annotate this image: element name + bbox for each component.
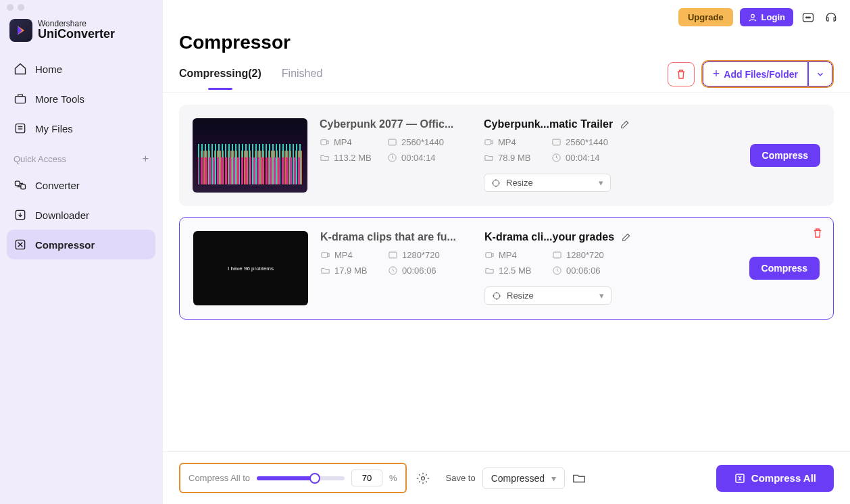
sidebar-item-converter[interactable]: Converter	[7, 170, 155, 200]
chevron-down-icon: ▾	[599, 178, 603, 188]
thumbnail[interactable]: I have 96 problems	[193, 231, 308, 305]
delete-all-button[interactable]	[668, 62, 695, 86]
home-icon	[14, 62, 27, 76]
compress-button[interactable]: Compress	[749, 257, 820, 280]
app-logo: Wondershare UniConverter	[0, 15, 162, 54]
source-title: Cyberpunk 2077 — Offic...	[320, 118, 472, 130]
svg-rect-2	[16, 181, 20, 186]
clock-icon	[388, 266, 398, 276]
svg-rect-19	[389, 252, 397, 258]
output-title: K-drama cli...your grades	[484, 231, 614, 243]
video-icon	[484, 137, 494, 147]
topbar: Upgrade Login	[163, 0, 850, 26]
message-icon[interactable]	[800, 9, 816, 26]
svg-rect-3	[21, 184, 26, 189]
compress-button[interactable]: Compress	[750, 144, 820, 167]
svg-rect-15	[553, 139, 560, 145]
svg-point-6	[751, 14, 754, 18]
plus-icon: +	[713, 67, 720, 81]
meta-dur: 00:06:06	[402, 266, 436, 276]
sidebar-item-label: More Tools	[35, 93, 84, 105]
sidebar-item-label: Converter	[35, 180, 80, 191]
open-folder-button[interactable]	[572, 471, 586, 486]
folder-icon	[484, 153, 494, 163]
bottom-bar: Compress All to % Save to Compressed ▾ C…	[163, 451, 850, 504]
meta-dur: 00:04:14	[401, 153, 436, 163]
chevron-down-icon: ▾	[599, 291, 604, 301]
logo-icon	[9, 19, 32, 42]
resize-select[interactable]: Resize ▾	[484, 174, 611, 192]
add-files-button[interactable]: + Add Files/Folder	[703, 61, 808, 86]
meta-dur: 00:04:14	[566, 153, 600, 163]
source-title: K-drama clips that are fu...	[320, 231, 472, 243]
settings-icon[interactable]	[416, 472, 430, 485]
clock-icon	[552, 266, 562, 276]
resolution-icon	[388, 250, 398, 260]
save-to-label: Save to	[446, 473, 476, 483]
resize-label: Resize	[506, 178, 533, 188]
resolution-icon	[551, 137, 561, 147]
sidebar-item-home[interactable]: Home	[7, 54, 155, 84]
svg-point-8	[806, 17, 807, 18]
chevron-down-icon: ▾	[551, 473, 556, 484]
meta-size: 113.2 MB	[334, 153, 372, 163]
target-icon	[492, 291, 501, 301]
tab-finished[interactable]: Finished	[282, 68, 322, 89]
svg-point-25	[421, 476, 424, 480]
video-icon	[484, 250, 495, 260]
add-files-group: + Add Files/Folder	[701, 60, 834, 88]
sidebar-item-downloader[interactable]: Downloader	[7, 200, 155, 230]
resolution-icon	[552, 250, 562, 260]
svg-rect-0	[16, 97, 26, 103]
svg-point-10	[809, 17, 811, 18]
compressor-icon	[14, 238, 27, 251]
meta-dur: 00:06:06	[566, 266, 601, 276]
meta-size: 17.9 MB	[334, 266, 367, 276]
clock-icon	[387, 153, 397, 163]
user-icon	[748, 13, 757, 22]
compress-all-slider-box: Compress All to %	[179, 463, 407, 493]
slider-knob[interactable]	[309, 473, 320, 484]
edit-icon[interactable]	[620, 119, 630, 130]
svg-rect-12	[389, 139, 396, 145]
sidebar-item-my-files[interactable]: My Files	[7, 114, 155, 143]
login-label: Login	[761, 12, 785, 22]
sidebar-item-label: My Files	[35, 123, 73, 134]
delete-row-button[interactable]	[811, 227, 824, 239]
save-value: Compressed	[491, 473, 545, 484]
resize-select[interactable]: Resize ▾	[484, 286, 611, 305]
meta-res: 1280*720	[402, 250, 440, 260]
sidebar-item-compressor[interactable]: Compressor	[7, 230, 155, 259]
downloader-icon	[14, 208, 27, 222]
svg-rect-21	[486, 253, 492, 258]
tab-compressing[interactable]: Compressing(2)	[179, 68, 261, 89]
toolbox-icon	[14, 92, 27, 105]
svg-rect-11	[321, 140, 327, 145]
svg-rect-18	[322, 253, 328, 258]
dot	[18, 4, 24, 11]
add-files-dropdown[interactable]	[808, 61, 832, 86]
video-icon	[320, 137, 330, 147]
folder-icon	[320, 266, 330, 276]
add-quick-access-button[interactable]: +	[143, 153, 149, 165]
meta-size: 12.5 MB	[499, 266, 531, 276]
compress-percent-input[interactable]	[351, 470, 382, 486]
file-list: Cyberpunk 2077 — Offic... MP4 2560*1440 …	[163, 93, 850, 332]
sidebar-item-label: Downloader	[35, 209, 89, 221]
support-icon[interactable]	[823, 9, 839, 26]
sidebar-item-label: Compressor	[35, 239, 95, 251]
login-button[interactable]: Login	[740, 8, 793, 26]
compress-slider[interactable]	[257, 476, 345, 480]
save-location-select[interactable]: Compressed ▾	[482, 468, 565, 489]
thumbnail[interactable]	[193, 118, 307, 193]
meta-format: MP4	[334, 137, 352, 147]
sidebar-item-more-tools[interactable]: More Tools	[7, 84, 155, 114]
upgrade-button[interactable]: Upgrade	[678, 8, 733, 26]
meta-res: 2560*1440	[401, 137, 444, 147]
target-icon	[491, 178, 501, 188]
quick-access-label: Quick Access	[14, 154, 66, 164]
converter-icon	[14, 178, 27, 192]
thumb-caption: I have 96 problems	[228, 266, 274, 272]
edit-icon[interactable]	[621, 232, 632, 243]
compress-all-button[interactable]: Compress All	[716, 465, 834, 492]
